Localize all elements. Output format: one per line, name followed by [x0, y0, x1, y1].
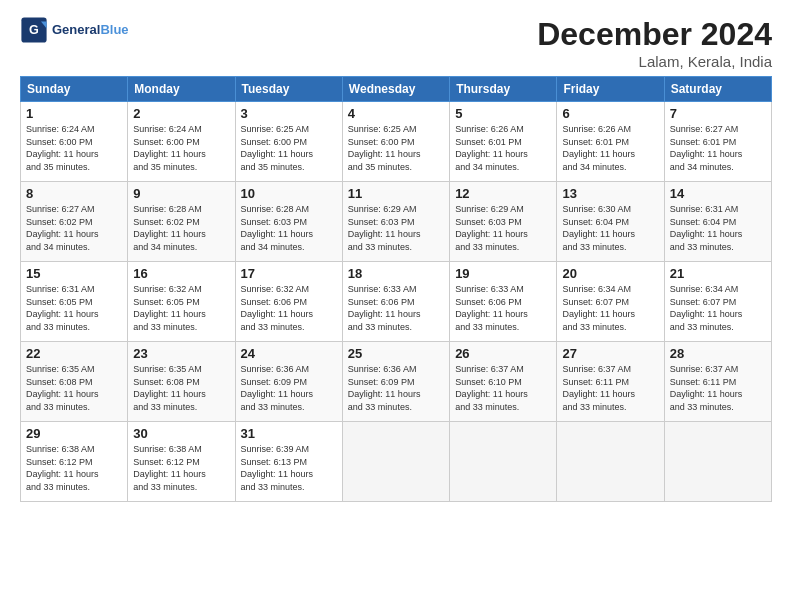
day-detail: Sunrise: 6:38 AM Sunset: 6:12 PM Dayligh… — [26, 443, 122, 493]
day-number: 8 — [26, 186, 122, 201]
day-detail: Sunrise: 6:36 AM Sunset: 6:09 PM Dayligh… — [241, 363, 337, 413]
day-number: 7 — [670, 106, 766, 121]
day-cell — [664, 422, 771, 502]
day-number: 15 — [26, 266, 122, 281]
day-detail: Sunrise: 6:29 AM Sunset: 6:03 PM Dayligh… — [455, 203, 551, 253]
day-number: 20 — [562, 266, 658, 281]
day-detail: Sunrise: 6:25 AM Sunset: 6:00 PM Dayligh… — [241, 123, 337, 173]
day-cell: 30Sunrise: 6:38 AM Sunset: 6:12 PM Dayli… — [128, 422, 235, 502]
day-cell — [450, 422, 557, 502]
day-cell — [557, 422, 664, 502]
day-number: 13 — [562, 186, 658, 201]
day-number: 26 — [455, 346, 551, 361]
day-cell: 16Sunrise: 6:32 AM Sunset: 6:05 PM Dayli… — [128, 262, 235, 342]
day-cell: 17Sunrise: 6:32 AM Sunset: 6:06 PM Dayli… — [235, 262, 342, 342]
day-cell: 12Sunrise: 6:29 AM Sunset: 6:03 PM Dayli… — [450, 182, 557, 262]
day-detail: Sunrise: 6:35 AM Sunset: 6:08 PM Dayligh… — [26, 363, 122, 413]
day-detail: Sunrise: 6:33 AM Sunset: 6:06 PM Dayligh… — [455, 283, 551, 333]
day-detail: Sunrise: 6:31 AM Sunset: 6:05 PM Dayligh… — [26, 283, 122, 333]
day-detail: Sunrise: 6:30 AM Sunset: 6:04 PM Dayligh… — [562, 203, 658, 253]
day-cell: 7Sunrise: 6:27 AM Sunset: 6:01 PM Daylig… — [664, 102, 771, 182]
day-detail: Sunrise: 6:37 AM Sunset: 6:11 PM Dayligh… — [562, 363, 658, 413]
day-cell: 28Sunrise: 6:37 AM Sunset: 6:11 PM Dayli… — [664, 342, 771, 422]
day-detail: Sunrise: 6:37 AM Sunset: 6:10 PM Dayligh… — [455, 363, 551, 413]
day-number: 28 — [670, 346, 766, 361]
day-cell: 31Sunrise: 6:39 AM Sunset: 6:13 PM Dayli… — [235, 422, 342, 502]
day-number: 17 — [241, 266, 337, 281]
logo: G GeneralBlue — [20, 16, 129, 44]
dow-header-friday: Friday — [557, 77, 664, 102]
day-number: 19 — [455, 266, 551, 281]
day-detail: Sunrise: 6:34 AM Sunset: 6:07 PM Dayligh… — [670, 283, 766, 333]
day-cell: 6Sunrise: 6:26 AM Sunset: 6:01 PM Daylig… — [557, 102, 664, 182]
dow-header-thursday: Thursday — [450, 77, 557, 102]
day-detail: Sunrise: 6:36 AM Sunset: 6:09 PM Dayligh… — [348, 363, 444, 413]
day-cell: 3Sunrise: 6:25 AM Sunset: 6:00 PM Daylig… — [235, 102, 342, 182]
day-cell: 8Sunrise: 6:27 AM Sunset: 6:02 PM Daylig… — [21, 182, 128, 262]
day-number: 22 — [26, 346, 122, 361]
day-number: 31 — [241, 426, 337, 441]
day-number: 23 — [133, 346, 229, 361]
day-detail: Sunrise: 6:27 AM Sunset: 6:02 PM Dayligh… — [26, 203, 122, 253]
day-detail: Sunrise: 6:25 AM Sunset: 6:00 PM Dayligh… — [348, 123, 444, 173]
day-cell: 20Sunrise: 6:34 AM Sunset: 6:07 PM Dayli… — [557, 262, 664, 342]
day-detail: Sunrise: 6:28 AM Sunset: 6:02 PM Dayligh… — [133, 203, 229, 253]
day-detail: Sunrise: 6:33 AM Sunset: 6:06 PM Dayligh… — [348, 283, 444, 333]
day-detail: Sunrise: 6:34 AM Sunset: 6:07 PM Dayligh… — [562, 283, 658, 333]
day-detail: Sunrise: 6:32 AM Sunset: 6:05 PM Dayligh… — [133, 283, 229, 333]
day-cell: 21Sunrise: 6:34 AM Sunset: 6:07 PM Dayli… — [664, 262, 771, 342]
day-detail: Sunrise: 6:39 AM Sunset: 6:13 PM Dayligh… — [241, 443, 337, 493]
day-detail: Sunrise: 6:32 AM Sunset: 6:06 PM Dayligh… — [241, 283, 337, 333]
svg-text:G: G — [29, 23, 39, 37]
day-number: 12 — [455, 186, 551, 201]
title-block: December 2024 Lalam, Kerala, India — [537, 16, 772, 70]
day-number: 2 — [133, 106, 229, 121]
header-row: SundayMondayTuesdayWednesdayThursdayFrid… — [21, 77, 772, 102]
day-detail: Sunrise: 6:28 AM Sunset: 6:03 PM Dayligh… — [241, 203, 337, 253]
day-number: 10 — [241, 186, 337, 201]
day-cell: 18Sunrise: 6:33 AM Sunset: 6:06 PM Dayli… — [342, 262, 449, 342]
day-cell: 14Sunrise: 6:31 AM Sunset: 6:04 PM Dayli… — [664, 182, 771, 262]
month-title: December 2024 — [537, 16, 772, 53]
day-detail: Sunrise: 6:37 AM Sunset: 6:11 PM Dayligh… — [670, 363, 766, 413]
day-number: 4 — [348, 106, 444, 121]
day-detail: Sunrise: 6:38 AM Sunset: 6:12 PM Dayligh… — [133, 443, 229, 493]
day-number: 18 — [348, 266, 444, 281]
day-detail: Sunrise: 6:26 AM Sunset: 6:01 PM Dayligh… — [562, 123, 658, 173]
day-cell: 5Sunrise: 6:26 AM Sunset: 6:01 PM Daylig… — [450, 102, 557, 182]
week-row-5: 29Sunrise: 6:38 AM Sunset: 6:12 PM Dayli… — [21, 422, 772, 502]
day-number: 14 — [670, 186, 766, 201]
day-number: 5 — [455, 106, 551, 121]
day-cell: 2Sunrise: 6:24 AM Sunset: 6:00 PM Daylig… — [128, 102, 235, 182]
day-number: 30 — [133, 426, 229, 441]
day-number: 6 — [562, 106, 658, 121]
week-row-2: 8Sunrise: 6:27 AM Sunset: 6:02 PM Daylig… — [21, 182, 772, 262]
logo-icon: G — [20, 16, 48, 44]
day-cell: 4Sunrise: 6:25 AM Sunset: 6:00 PM Daylig… — [342, 102, 449, 182]
day-cell: 29Sunrise: 6:38 AM Sunset: 6:12 PM Dayli… — [21, 422, 128, 502]
header: G GeneralBlue December 2024 Lalam, Keral… — [20, 16, 772, 70]
dow-header-sunday: Sunday — [21, 77, 128, 102]
day-cell: 13Sunrise: 6:30 AM Sunset: 6:04 PM Dayli… — [557, 182, 664, 262]
day-cell: 9Sunrise: 6:28 AM Sunset: 6:02 PM Daylig… — [128, 182, 235, 262]
day-cell: 1Sunrise: 6:24 AM Sunset: 6:00 PM Daylig… — [21, 102, 128, 182]
dow-header-monday: Monday — [128, 77, 235, 102]
calendar: SundayMondayTuesdayWednesdayThursdayFrid… — [20, 76, 772, 502]
day-cell: 22Sunrise: 6:35 AM Sunset: 6:08 PM Dayli… — [21, 342, 128, 422]
day-number: 1 — [26, 106, 122, 121]
day-detail: Sunrise: 6:29 AM Sunset: 6:03 PM Dayligh… — [348, 203, 444, 253]
day-detail: Sunrise: 6:24 AM Sunset: 6:00 PM Dayligh… — [26, 123, 122, 173]
dow-header-tuesday: Tuesday — [235, 77, 342, 102]
day-cell: 19Sunrise: 6:33 AM Sunset: 6:06 PM Dayli… — [450, 262, 557, 342]
day-number: 27 — [562, 346, 658, 361]
day-detail: Sunrise: 6:24 AM Sunset: 6:00 PM Dayligh… — [133, 123, 229, 173]
day-detail: Sunrise: 6:26 AM Sunset: 6:01 PM Dayligh… — [455, 123, 551, 173]
day-number: 16 — [133, 266, 229, 281]
day-detail: Sunrise: 6:27 AM Sunset: 6:01 PM Dayligh… — [670, 123, 766, 173]
day-cell — [342, 422, 449, 502]
day-cell: 27Sunrise: 6:37 AM Sunset: 6:11 PM Dayli… — [557, 342, 664, 422]
day-cell: 10Sunrise: 6:28 AM Sunset: 6:03 PM Dayli… — [235, 182, 342, 262]
day-number: 21 — [670, 266, 766, 281]
day-cell: 25Sunrise: 6:36 AM Sunset: 6:09 PM Dayli… — [342, 342, 449, 422]
day-cell: 23Sunrise: 6:35 AM Sunset: 6:08 PM Dayli… — [128, 342, 235, 422]
